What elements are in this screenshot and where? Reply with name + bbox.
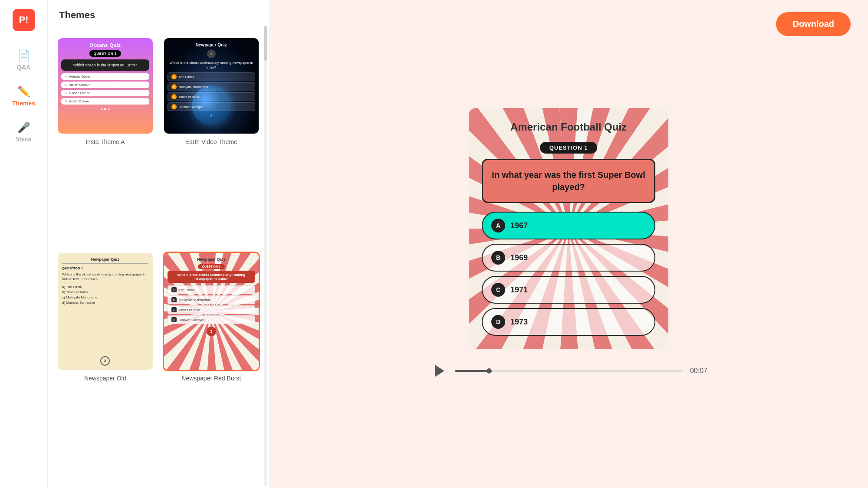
np-red-badge: 3 — [207, 327, 216, 336]
quiz-option-b: B 1969 — [482, 244, 655, 272]
play-button[interactable] — [430, 362, 448, 380]
quiz-option-d-text: 1973 — [510, 318, 528, 327]
video-controls: 00:07 — [430, 362, 707, 380]
np-old-option-a: a) The Hindu — [62, 285, 148, 289]
theme-card-newspaper-old[interactable]: Newpaper Quiz QUESTION 1 Which is the ol… — [56, 252, 154, 479]
theme-card-earth[interactable]: Newpaper Quiz 1 Which is the oldest cont… — [163, 37, 260, 243]
earth-question-badge: 1 — [207, 49, 216, 58]
quiz-content: American Football Quiz QUESTION 1 In wha… — [469, 108, 668, 349]
themes-icon: ✏️ — [17, 85, 30, 98]
themes-panel: Themes Oceans Quiz QUESTION 1 Which ocea… — [48, 0, 269, 488]
insta-option-b: B Indian Ocean — [61, 82, 149, 88]
earth-option-a: A The Hindu — [168, 72, 256, 81]
quiz-question-box: In what year was the first Super Bowl pl… — [482, 159, 655, 203]
voice-icon: 🎤 — [17, 121, 30, 134]
quiz-option-c: C 1971 — [482, 276, 655, 304]
insta-dots — [61, 108, 149, 110]
quiz-option-c-text: 1971 — [510, 285, 528, 295]
earth-page-num: 3 — [210, 114, 212, 118]
qa-icon: 📄 — [17, 49, 30, 62]
quiz-option-a-text: 1967 — [510, 221, 528, 230]
earth-preview: Newpaper Quiz 1 Which is the oldest cont… — [164, 38, 259, 134]
np-red-q-text: Which is the oldest continuously running… — [168, 271, 256, 283]
theme-card-insta[interactable]: Oceans Quiz QUESTION 1 Which ocean is th… — [56, 37, 154, 243]
main-content: Download — [269, 0, 868, 488]
np-red-content: Newpaper Quiz QUESTION 1 Which is the ol… — [168, 257, 256, 336]
quiz-option-b-text: 1969 — [510, 253, 528, 262]
sidebar-item-label-qa: Q&A — [17, 64, 30, 71]
np-old-option-c: c) Malayala Manorama — [62, 295, 148, 299]
themes-grid: Oceans Quiz QUESTION 1 Which ocean is th… — [48, 28, 269, 488]
sidebar-item-voice[interactable]: 🎤 Voice — [4, 116, 43, 148]
scrollbar-thumb[interactable] — [264, 26, 267, 61]
themes-panel-title: Themes — [48, 0, 269, 28]
np-red-q-badge: QUESTION 1 — [198, 264, 225, 269]
earth-options: A The Hindu B Malayala Manorama C Times … — [168, 72, 256, 111]
newspaper-old-preview: Newpaper Quiz QUESTION 1 Which is the ol… — [58, 253, 153, 370]
insta-question-badge: QUESTION 1 — [89, 50, 121, 57]
quiz-question-badge: QUESTION 1 — [540, 142, 598, 154]
quiz-options: A 1967 B 1969 C 1971 D 1973 — [482, 212, 655, 336]
insta-options: A Atlantic Ocean B Indian Ocean C Pacifi… — [61, 73, 149, 105]
insta-title: Oceans Quiz — [61, 43, 149, 48]
quiz-option-d-letter: D — [491, 315, 505, 329]
np-old-option-d: d) Mumbai Samachar — [62, 301, 148, 305]
insta-option-d: D Arctic Ocean — [61, 98, 149, 105]
newspaper-red-preview: Newpaper Quiz QUESTION 1 Which is the ol… — [164, 253, 259, 370]
sidebar-item-label-voice: Voice — [16, 136, 31, 143]
np-red-options: A The Hindu B Malayala Manorama C Times … — [168, 285, 256, 324]
sidebar-item-themes[interactable]: ✏️ Themes — [4, 80, 43, 112]
theme-name-newspaper-old: Newspaper Old — [84, 375, 126, 382]
np-red-option-a: A The Hindu — [168, 285, 256, 294]
insta-option-c: C Pacific Ocean — [61, 90, 149, 96]
np-old-options: a) The Hindu b) Times of India c) Malaya… — [62, 285, 148, 305]
time-display: 00:07 — [690, 367, 707, 375]
sidebar: P! 📄 Q&A ✏️ Themes 🎤 Voice — [0, 0, 48, 488]
earth-option-b: B Malayala Manorama — [168, 82, 256, 91]
earth-title: Newpaper Quiz — [196, 43, 227, 47]
theme-preview-insta: Oceans Quiz QUESTION 1 Which ocean is th… — [56, 37, 154, 135]
theme-preview-newspaper-red: Newpaper Quiz QUESTION 1 Which is the ol… — [163, 252, 260, 371]
np-red-option-b: B Malayala Manorama — [168, 295, 256, 304]
app-logo: P! — [13, 9, 35, 31]
quiz-option-a: A 1967 — [482, 212, 655, 239]
np-red-footer: 3 — [207, 327, 216, 336]
np-old-q-label: QUESTION 1 — [62, 266, 148, 270]
np-red-option-d: D Dinakar Samajar — [168, 315, 256, 324]
np-red-title: Newpaper Quiz — [197, 257, 225, 262]
progress-thumb — [487, 368, 492, 373]
theme-preview-newspaper-old: Newpaper Quiz QUESTION 1 Which is the ol… — [56, 252, 154, 371]
np-old-title: Newpaper Quiz — [62, 257, 148, 264]
insta-option-a: A Atlantic Ocean — [61, 73, 149, 80]
quiz-option-b-letter: B — [491, 251, 505, 265]
insta-question-text: Which ocean is the largest on Earth? — [61, 59, 149, 71]
quiz-option-c-letter: C — [491, 283, 505, 297]
progress-bar[interactable] — [455, 370, 683, 372]
sidebar-item-label-themes: Themes — [12, 100, 35, 107]
theme-name-earth: Earth Video Theme — [185, 138, 237, 145]
np-red-option-c: C Times of India — [168, 305, 256, 314]
theme-card-newspaper-red[interactable]: Newpaper Quiz QUESTION 1 Which is the ol… — [163, 252, 260, 479]
quiz-option-d: D 1973 — [482, 308, 655, 336]
earth-option-c: C Times of India — [168, 92, 256, 101]
quiz-bg: American Football Quiz QUESTION 1 In wha… — [469, 108, 668, 349]
np-old-badge: 3 — [100, 356, 110, 366]
np-old-option-b: b) Times of India — [62, 290, 148, 294]
theme-name-newspaper-red: Newspaper Red Burst — [181, 375, 241, 382]
quiz-option-a-letter: A — [491, 219, 505, 233]
np-old-footer: 3 — [62, 356, 148, 366]
sidebar-item-qa[interactable]: 📄 Q&A — [4, 44, 43, 76]
quiz-preview: American Football Quiz QUESTION 1 In wha… — [469, 108, 668, 349]
np-old-q-text: Which is the oldest continuously running… — [62, 272, 148, 282]
play-icon — [435, 365, 444, 377]
progress-fill — [455, 370, 489, 372]
earth-option-d: D Dinakar Samajar — [168, 102, 256, 111]
theme-name-insta: Insta Theme A — [85, 138, 125, 145]
download-button[interactable]: Download — [776, 12, 851, 36]
theme-preview-earth: Newpaper Quiz 1 Which is the oldest cont… — [163, 37, 260, 135]
quiz-title: American Football Quiz — [482, 121, 655, 133]
insta-preview: Oceans Quiz QUESTION 1 Which ocean is th… — [58, 38, 153, 134]
earth-question-text: Which is the oldest continuously running… — [168, 60, 256, 70]
themes-scrollbar[interactable] — [264, 26, 267, 486]
